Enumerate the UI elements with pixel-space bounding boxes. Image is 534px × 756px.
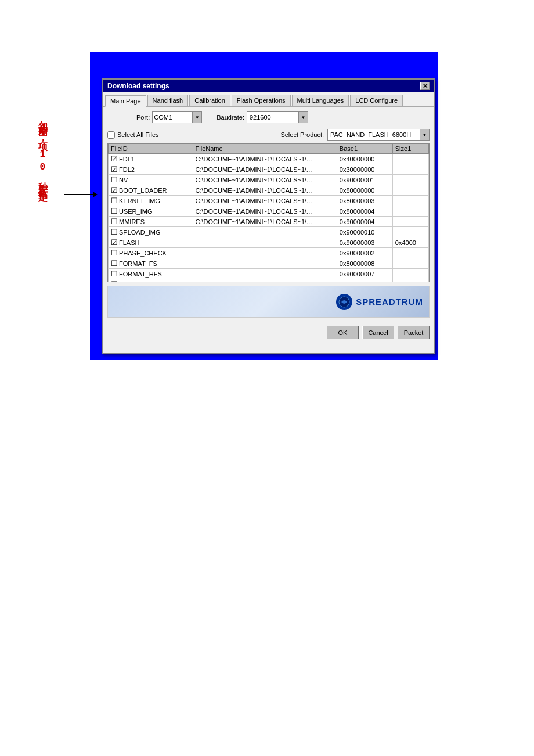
file-name-cell: C:\DOCUME~1\ADMINI~1\LOCALS~1\... xyxy=(193,206,337,217)
select-all-label: Select All Files xyxy=(107,131,159,139)
close-button[interactable]: ✕ xyxy=(420,82,430,90)
arrow-indicator xyxy=(64,192,98,197)
size-cell xyxy=(392,164,428,175)
port-dropdown-arrow[interactable]: ▼ xyxy=(193,111,202,123)
baud-input[interactable] xyxy=(247,111,299,123)
file-name-cell xyxy=(193,227,337,237)
dialog-title: Download settings xyxy=(107,82,169,90)
file-id-cell: ☑FLASH xyxy=(109,237,193,248)
size-cell xyxy=(392,154,428,164)
port-select-wrapper: ▼ xyxy=(152,111,202,123)
ok-button[interactable]: OK xyxy=(327,326,359,339)
base-cell: 0x90000001 xyxy=(337,175,392,185)
tab-lcd-configure[interactable]: LCD Configure xyxy=(350,95,403,106)
base-cell: 0x80000008 xyxy=(337,279,392,283)
logo-icon xyxy=(336,294,352,310)
size-cell xyxy=(392,269,428,279)
product-select[interactable] xyxy=(327,129,420,141)
col-header-base1: Base1 xyxy=(337,144,392,154)
table-row[interactable]: ☐MMIRESC:\DOCUME~1\ADMINI~1\LOCALS~1\...… xyxy=(109,217,429,227)
port-select[interactable] xyxy=(152,111,193,123)
size-cell xyxy=(392,185,428,196)
table-row[interactable]: ☐FORMAT_FS0x80000008 xyxy=(109,258,429,269)
tab-nand-flash[interactable]: Nand flash xyxy=(147,95,189,106)
file-id-cell: ☐USER_IMG xyxy=(109,206,193,217)
tab-multi-languages[interactable]: Multi Languages xyxy=(292,95,349,106)
file-name-cell xyxy=(193,248,337,258)
file-id-cell: ☐NV xyxy=(109,175,193,185)
file-table: FileID FileName Base1 Size1 ☑FDL1C:\DOCU… xyxy=(108,143,429,282)
cancel-button[interactable]: Cancel xyxy=(362,326,394,339)
table-row[interactable]: ☐FORMAT_HFS0x90000007 xyxy=(109,269,429,279)
size-cell xyxy=(392,279,428,283)
arrow-head xyxy=(93,192,98,197)
file-id-cell: ☐UDISK_IMG xyxy=(109,279,193,283)
tab-flash-operations[interactable]: Flash Operations xyxy=(232,95,291,106)
select-product-label: Select Product: xyxy=(280,131,324,138)
table-row[interactable]: ☑FDL1C:\DOCUME~1\ADMINI~1\LOCALS~1\...0x… xyxy=(109,154,429,164)
download-settings-dialog: Download settings ✕ Main Page Nand flash… xyxy=(102,78,435,354)
dialog-footer: OK Cancel Packet xyxy=(103,322,434,343)
baud-dropdown-arrow[interactable]: ▼ xyxy=(299,111,308,123)
dialog-content: Port: ▼ Baudrate: ▼ Select All Files Sel… xyxy=(103,107,434,322)
table-row[interactable]: ☐USER_IMGC:\DOCUME~1\ADMINI~1\LOCALS~1\.… xyxy=(109,206,429,217)
table-row[interactable]: ☐PHASE_CHECK0x90000002 xyxy=(109,248,429,258)
size-cell xyxy=(392,227,428,237)
file-id-cell: ☑FDL1 xyxy=(109,154,193,164)
base-cell: 0x80000008 xyxy=(337,258,392,269)
table-row[interactable]: ☐KERNEL_IMGC:\DOCUME~1\ADMINI~1\LOCALS~1… xyxy=(109,196,429,206)
table-row[interactable]: ☑FLASH0x900000030x4000 xyxy=(109,237,429,248)
base-cell: 0x80000004 xyxy=(337,206,392,217)
port-row: Port: ▼ Baudrate: ▼ xyxy=(136,111,430,123)
logo-text: SPREADTRUM xyxy=(356,297,423,307)
base-cell: 0x80000000 xyxy=(337,185,392,196)
col-header-fileid: FileID xyxy=(109,144,193,154)
dialog-titlebar: Download settings ✕ xyxy=(103,80,434,92)
file-id-cell: ☑FDL2 xyxy=(109,164,193,175)
size-cell: 0x4000 xyxy=(392,237,428,248)
table-row[interactable]: ☑FDL2C:\DOCUME~1\ADMINI~1\LOCALS~1\...0x… xyxy=(109,164,429,175)
select-all-checkbox[interactable] xyxy=(107,131,115,139)
packet-button[interactable]: Packet xyxy=(398,326,430,339)
file-name-cell: C:\DOCUME~1\ADMINI~1\LOCALS~1\... xyxy=(193,196,337,206)
table-row[interactable]: ☑BOOT_LOADERC:\DOCUME~1\ADMINI~1\LOCALS~… xyxy=(109,185,429,196)
table-row[interactable]: ☐UDISK_IMGC:\DOCUME~1\ADMINI~1\LOCALS~1\… xyxy=(109,279,429,283)
file-name-cell xyxy=(193,269,337,279)
base-cell: 0x80000003 xyxy=(337,196,392,206)
file-name-cell xyxy=(193,258,337,269)
base-cell: 0x30000000 xyxy=(337,164,392,175)
file-id-cell: ☑BOOT_LOADER xyxy=(109,185,193,196)
tab-calibration[interactable]: Calibration xyxy=(189,95,230,106)
file-name-cell: C:\DOCUME~1\ADMINI~1\LOCALS~1\... xyxy=(193,185,337,196)
select-all-row: Select All Files Select Product: ▼ xyxy=(107,129,430,141)
select-product-row: Select Product: ▼ xyxy=(280,129,430,141)
base-cell: 0x90000002 xyxy=(337,248,392,258)
sidebar-instruction-text: 勾选如图4项，10秒左右搞定 xyxy=(36,113,49,186)
base-cell: 0x90000007 xyxy=(337,269,392,279)
table-row[interactable]: ☐NVC:\DOCUME~1\ADMINI~1\LOCALS~1\...0x90… xyxy=(109,175,429,185)
tabs-bar: Main Page Nand flash Calibration Flash O… xyxy=(103,92,434,107)
size-cell xyxy=(392,175,428,185)
size-cell xyxy=(392,258,428,269)
file-table-container[interactable]: FileID FileName Base1 Size1 ☑FDL1C:\DOCU… xyxy=(107,143,430,282)
col-header-filename: FileName xyxy=(193,144,337,154)
file-id-cell: ☐FORMAT_HFS xyxy=(109,269,193,279)
product-select-wrapper: ▼ xyxy=(327,129,430,141)
file-name-cell: C:\DOCUME~1\ADMINI~1\LOCALS~1\... xyxy=(193,175,337,185)
baud-label: Baudrate: xyxy=(217,114,244,121)
file-name-cell: C:\DOCUME~1\ADMINI~1\LOCALS~1\... xyxy=(193,279,337,283)
size-cell xyxy=(392,217,428,227)
tab-main-page[interactable]: Main Page xyxy=(105,95,146,107)
size-cell xyxy=(392,196,428,206)
product-dropdown-arrow[interactable]: ▼ xyxy=(420,129,430,141)
arrow-line xyxy=(64,194,93,195)
col-header-size1: Size1 xyxy=(392,144,428,154)
base-cell: 0x40000000 xyxy=(337,154,392,164)
file-name-cell: C:\DOCUME~1\ADMINI~1\LOCALS~1\... xyxy=(193,217,337,227)
port-label: Port: xyxy=(136,114,150,121)
file-name-cell: C:\DOCUME~1\ADMINI~1\LOCALS~1\... xyxy=(193,164,337,175)
banner-area: SPREADTRUM xyxy=(107,286,430,318)
spreadtrum-logo: SPREADTRUM xyxy=(336,294,423,310)
table-row[interactable]: ☐SPLOAD_IMG0x90000010 xyxy=(109,227,429,237)
file-id-cell: ☐KERNEL_IMG xyxy=(109,196,193,206)
